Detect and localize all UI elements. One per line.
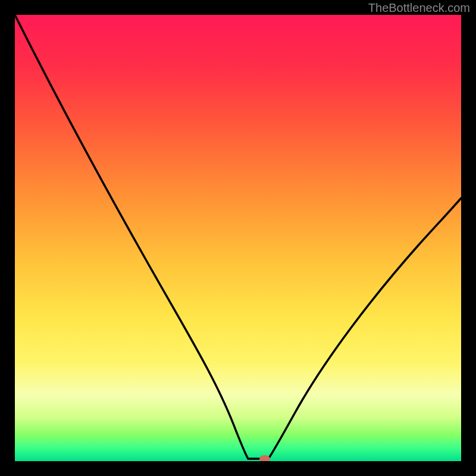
chart-plot-area bbox=[15, 15, 461, 461]
gradient-background bbox=[15, 15, 461, 461]
watermark-text: TheBottleneck.com bbox=[368, 1, 470, 15]
bottleneck-chart-svg bbox=[15, 15, 461, 461]
